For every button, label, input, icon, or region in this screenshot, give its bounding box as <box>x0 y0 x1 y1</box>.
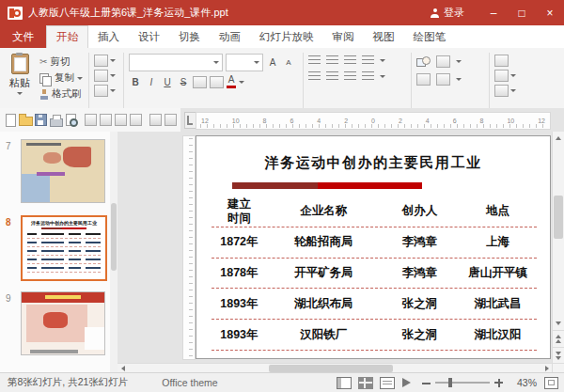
previous-slide-button[interactable] <box>553 330 564 347</box>
next-slide-button[interactable] <box>553 347 564 364</box>
normal-view-button[interactable] <box>337 377 352 389</box>
title-underline-bar[interactable] <box>232 182 422 189</box>
print-preview-button[interactable] <box>64 112 78 128</box>
tab-file[interactable]: 文件 <box>0 25 46 48</box>
scroll-up-button[interactable] <box>553 132 564 145</box>
select-button[interactable] <box>494 85 526 97</box>
maximize-button[interactable]: □ <box>508 0 536 25</box>
zoom-percentage[interactable]: 43% <box>509 377 537 388</box>
find-button[interactable] <box>494 55 526 67</box>
hscrollbar-thumb[interactable] <box>269 365 393 372</box>
undo-button[interactable] <box>99 112 113 128</box>
reading-view-button[interactable] <box>380 377 395 389</box>
cut-button[interactable]: ✂ 剪切 <box>37 55 86 70</box>
slide-8-thumbnail[interactable]: 洋务运动中创办的主要民用工业 <box>21 215 107 281</box>
tab-animations[interactable]: 动画 <box>210 25 250 48</box>
replace-button[interactable] <box>494 70 526 82</box>
shape-fill-button[interactable] <box>436 73 450 86</box>
fit-slide-to-window-button[interactable] <box>544 377 558 389</box>
table-row[interactable]: 1893年 湖北织布局 张之洞 湖北武昌 <box>212 289 537 320</box>
zoom-in-button[interactable] <box>494 379 503 387</box>
arrow-left-icon <box>121 366 125 371</box>
scrollbar-thumb[interactable] <box>554 196 563 239</box>
tab-review[interactable]: 审阅 <box>323 25 364 48</box>
new-file-button[interactable] <box>4 112 18 128</box>
slide-8-item: 8 洋务运动中创办的主要民用工业 <box>0 215 110 291</box>
zoom-out-button[interactable] <box>422 379 431 387</box>
new-slide-button[interactable] <box>94 55 118 67</box>
insert-table-button[interactable] <box>149 112 163 128</box>
character-spacing-button[interactable] <box>210 76 224 88</box>
text-shadow-button[interactable] <box>193 76 207 88</box>
layout-icon <box>94 70 108 82</box>
print-button[interactable] <box>49 112 63 128</box>
panel-scrollbar-thumb[interactable] <box>111 203 117 271</box>
underline-button[interactable]: U <box>161 75 174 88</box>
tab-home[interactable]: 开始 <box>46 25 88 49</box>
strikethrough-button[interactable]: S <box>177 75 190 88</box>
ruler-mark: 4 <box>426 118 430 124</box>
slide-sorter-view-button[interactable] <box>358 377 373 389</box>
close-button[interactable]: × <box>536 0 564 25</box>
bold-button[interactable]: B <box>129 75 142 88</box>
slide-canvas[interactable]: 洋务运动中创办的主要民用工业 建立时间 企业名称 创办人 地点 1872年 轮船… <box>196 135 551 359</box>
align-right-button[interactable] <box>344 71 356 82</box>
scroll-down-button[interactable] <box>553 317 564 330</box>
font-size-combobox[interactable] <box>226 54 263 71</box>
align-left-button[interactable] <box>308 71 321 82</box>
tab-insert[interactable]: 插入 <box>88 25 129 48</box>
vertical-scrollbar[interactable] <box>552 132 564 364</box>
format-painter-button[interactable]: 格式刷 <box>37 86 86 102</box>
tab-view[interactable]: 视图 <box>364 25 404 48</box>
paste-button[interactable]: 粘贴 <box>3 51 37 111</box>
increase-indent-button[interactable] <box>362 55 374 66</box>
align-center-button[interactable] <box>326 71 338 82</box>
copy-button[interactable]: 复制 <box>37 71 86 86</box>
slide-9-thumbnail[interactable] <box>21 291 105 355</box>
save-button[interactable] <box>34 112 48 128</box>
layout-button[interactable] <box>94 70 118 82</box>
spell-check-button[interactable] <box>84 112 98 128</box>
grow-font-button[interactable]: A <box>266 56 279 70</box>
justify-button[interactable] <box>362 71 374 82</box>
arrow-up-icon <box>556 136 561 140</box>
tab-slideshow[interactable]: 幻灯片放映 <box>250 25 323 48</box>
cell-founder: 李鸿章 <box>381 234 459 250</box>
bullets-button[interactable] <box>308 55 321 66</box>
table-header-row[interactable]: 建立时间 企业名称 创办人 地点 <box>212 196 537 227</box>
redo-button[interactable] <box>114 112 128 128</box>
slide-title[interactable]: 洋务运动中创办的主要民用工业 <box>196 154 550 172</box>
quick-styles-button[interactable] <box>416 73 431 86</box>
cell-founder: 张之洞 <box>381 296 459 312</box>
find-toolbar-button[interactable] <box>129 112 143 128</box>
table-row[interactable]: 1893年 汉阳铁厂 张之洞 湖北汉阳 <box>212 320 537 351</box>
decrease-indent-button[interactable] <box>344 55 356 66</box>
section-button[interactable] <box>94 85 118 97</box>
minimize-button[interactable]: – <box>479 0 508 25</box>
slide-7-thumbnail[interactable] <box>21 139 105 203</box>
editing-group <box>493 51 528 111</box>
vertical-ruler[interactable] <box>182 135 196 360</box>
open-button[interactable] <box>19 112 33 128</box>
tab-drawing-pen[interactable]: 绘图笔 <box>404 25 456 48</box>
shapes-button[interactable] <box>416 56 431 67</box>
tab-transitions[interactable]: 切换 <box>169 25 210 48</box>
font-family-combobox[interactable] <box>129 54 223 71</box>
numbering-button[interactable] <box>326 55 338 66</box>
zoom-slider-thumb[interactable] <box>448 378 452 387</box>
slide-table[interactable]: 建立时间 企业名称 创办人 地点 1872年 轮船招商局 李鸿章 上海 1878… <box>212 196 537 351</box>
slideshow-button[interactable] <box>401 378 411 388</box>
italic-button[interactable]: I <box>145 75 158 88</box>
font-color-button[interactable]: A <box>227 75 236 88</box>
chevron-down-icon <box>456 60 462 63</box>
arrange-button[interactable] <box>436 55 450 68</box>
zoom-slider[interactable] <box>435 378 490 387</box>
login-button[interactable]: 登录 <box>431 6 464 20</box>
tab-design[interactable]: 设计 <box>129 25 169 48</box>
insert-chart-button[interactable] <box>164 112 178 128</box>
horizontal-ruler[interactable]: 12 10 8 6 4 2 0 2 4 6 8 10 12 <box>196 112 551 130</box>
scrollbar-track[interactable] <box>553 145 564 317</box>
table-row[interactable]: 1878年 开平矿务局 李鸿章 唐山开平镇 <box>212 259 537 290</box>
shrink-font-button[interactable]: A <box>282 56 295 70</box>
table-row[interactable]: 1872年 轮船招商局 李鸿章 上海 <box>212 227 537 259</box>
